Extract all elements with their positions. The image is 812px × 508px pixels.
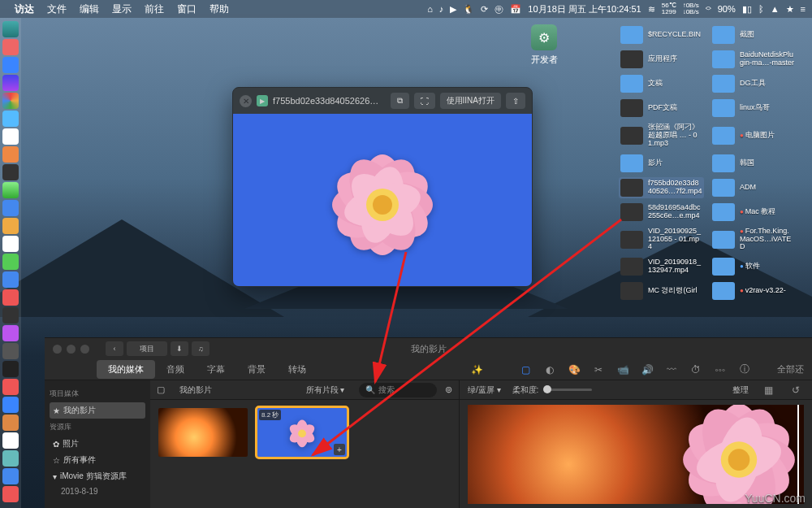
desktop-item[interactable]: 电脑图片	[710, 122, 796, 150]
dock-app[interactable]	[2, 379, 19, 395]
desktop-item[interactable]: MC 경리령(Girl	[619, 280, 704, 302]
clip-flower[interactable]: 8.2 秒 +	[257, 408, 347, 457]
list-icon[interactable]: ≡	[801, 4, 806, 14]
reset-icon[interactable]: ↺	[788, 384, 804, 397]
desktop-item[interactable]: 软件	[710, 256, 796, 277]
dock-app[interactable]	[2, 343, 19, 359]
desktop-item[interactable]: 影片	[619, 153, 704, 174]
dock-app[interactable]	[2, 397, 19, 413]
speed-icon[interactable]: ⏱	[688, 363, 704, 376]
noise-icon[interactable]: 〰	[663, 363, 680, 376]
dock-app[interactable]	[2, 450, 19, 467]
list-title[interactable]: 我的影片	[173, 383, 218, 397]
menu-window[interactable]: 窗口	[177, 2, 197, 16]
tab-backgrounds[interactable]: 背景	[236, 360, 277, 379]
all-more[interactable]: 全部还	[777, 363, 804, 376]
volume-icon[interactable]: 🔊	[639, 363, 655, 376]
desktop-item[interactable]: linux鸟哥	[710, 98, 796, 119]
bluetooth-icon[interactable]: ᛒ	[758, 4, 764, 14]
share-button[interactable]: ⇧	[506, 93, 525, 109]
desktop-item[interactable]: 韩国	[710, 153, 796, 174]
tab-transitions[interactable]: 转场	[277, 360, 317, 379]
stabilize-icon[interactable]: 📹	[615, 363, 631, 376]
minimize-button[interactable]	[67, 345, 76, 354]
sidebar-item-imovie-lib[interactable]: ▾iMovie 剪辑资源库	[50, 468, 145, 484]
tab-audio[interactable]: 音频	[155, 360, 196, 379]
zoom-button[interactable]	[80, 345, 89, 354]
list-icon[interactable]: ▢	[157, 384, 165, 395]
menu-help[interactable]: 帮助	[209, 2, 229, 16]
app-menu[interactable]: 访达	[15, 2, 34, 16]
desktop-item[interactable]: VID_20190925_121055 - 01.mp4	[619, 226, 704, 254]
open-with-button[interactable]: 使用IINA打开	[440, 93, 501, 109]
wifi-icon[interactable]: ⌔	[706, 4, 711, 14]
sync-icon[interactable]: ⟳	[481, 4, 488, 15]
desktop-item[interactable]: v2rav-v3.22-	[710, 280, 796, 302]
desktop-item[interactable]: $RECYCLE.BIN	[619, 24, 704, 46]
desktop-item[interactable]: 文稿	[619, 73, 704, 94]
audio-button[interactable]: ♫	[192, 341, 209, 356]
organize-label[interactable]: 整理	[732, 384, 749, 396]
dock-app[interactable]	[2, 218, 19, 234]
dock-app[interactable]	[2, 432, 19, 449]
menu-edit[interactable]: 编辑	[80, 2, 99, 16]
desktop-item[interactable]: For.The.King.MacOS…iVATED	[710, 226, 796, 254]
menu-view[interactable]: 显示	[112, 2, 132, 16]
dock-app[interactable]	[2, 146, 19, 163]
dock-app[interactable]	[2, 128, 19, 145]
search-input[interactable]: 🔍搜索	[359, 383, 437, 397]
add-clip-button[interactable]: +	[334, 444, 345, 455]
dock-app[interactable]	[2, 486, 19, 502]
fullscreen-button[interactable]: ⛶	[414, 93, 435, 109]
quicklook-preview[interactable]	[233, 114, 532, 287]
desktop-item[interactable]: 应用程序	[619, 49, 704, 70]
info-icon[interactable]: ⓘ	[736, 363, 753, 376]
desktop-item[interactable]: ADM	[710, 177, 796, 198]
desktop-item[interactable]: 截图	[710, 24, 796, 46]
sidebar-item-movie[interactable]: ★我的影片	[50, 402, 145, 419]
import-button[interactable]: ⬇	[171, 341, 188, 356]
dock-app[interactable]	[2, 111, 19, 127]
dock-app[interactable]	[2, 254, 19, 270]
close-icon[interactable]: ✕	[240, 95, 252, 107]
softness-slider[interactable]	[543, 389, 592, 391]
close-button[interactable]	[53, 345, 62, 354]
dock-app[interactable]	[2, 164, 19, 180]
settings-icon[interactable]: ⊚	[445, 384, 452, 395]
sidebar-item-events[interactable]: ☆所有事件	[50, 452, 145, 468]
desktop-item[interactable]: Mac 教程	[710, 202, 796, 223]
back-button[interactable]: ‹	[106, 341, 123, 356]
status-icon[interactable]: ⌂	[427, 4, 433, 14]
filter-icon[interactable]: ◦◦◦	[712, 363, 728, 376]
desktop-item[interactable]: BaiduNetdiskPlugin-ma…-master	[710, 49, 796, 70]
desktop-item[interactable]: f755bd02e33d840526…7f2.mp4	[619, 177, 704, 198]
desktop-item[interactable]: 张韶涵《阿刁》超越原唱 … - 01.mp3	[619, 122, 704, 150]
dock-app[interactable]	[2, 325, 19, 341]
view-icon[interactable]: ▦	[760, 384, 776, 397]
net-stat[interactable]: ↑0B/s↓0B/s	[683, 2, 699, 15]
tab-my-media[interactable]: 我的媒体	[97, 360, 155, 379]
qq-icon[interactable]: 🐧	[463, 4, 474, 15]
overlay-mode-dropdown[interactable]: 绿/蓝屏 ▾	[468, 384, 501, 396]
dock-app[interactable]	[2, 236, 19, 252]
desktop-folder-dev[interactable]: ⚙ 开发者	[520, 24, 568, 66]
star-icon[interactable]: ★	[786, 4, 794, 15]
desktop-item[interactable]: PDF文稿	[619, 98, 704, 119]
dock-app[interactable]	[2, 39, 19, 55]
menu-go[interactable]: 前往	[145, 2, 164, 16]
enhance-icon[interactable]: ✨	[469, 363, 485, 376]
overlay-icon[interactable]: ▢	[517, 363, 533, 376]
dock-app[interactable]	[2, 21, 19, 37]
clips-filter-dropdown[interactable]: 所有片段 ▾	[300, 383, 352, 397]
playhead[interactable]	[797, 405, 799, 504]
dock-app[interactable]	[2, 75, 19, 91]
dock-app[interactable]	[2, 182, 19, 198]
calendar-icon[interactable]: 📅	[510, 4, 521, 15]
date-time[interactable]: 10月18日 周五 上午10:24:51	[528, 3, 641, 15]
menu-file[interactable]: 文件	[47, 2, 67, 16]
dock-app[interactable]	[2, 361, 19, 377]
color-correct-icon[interactable]: 🎨	[566, 363, 582, 376]
project-dropdown[interactable]: 项目	[127, 341, 167, 356]
sidebar-item-photos[interactable]: ✿照片	[50, 436, 145, 452]
crop-icon[interactable]: ✂	[590, 363, 607, 376]
